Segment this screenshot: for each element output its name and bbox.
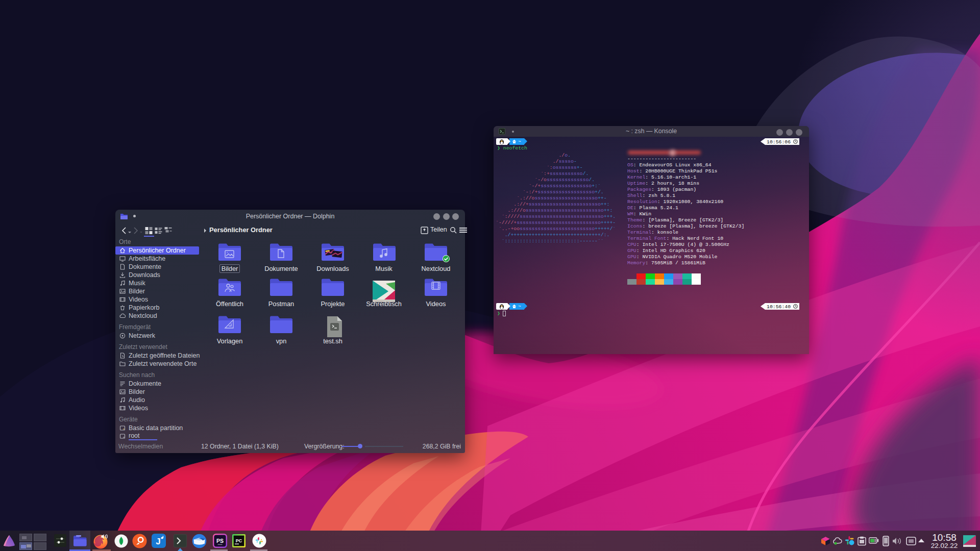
svg-text:J: J	[156, 537, 160, 546]
svg-text:PC: PC	[236, 538, 242, 543]
svg-text:PS: PS	[216, 538, 224, 544]
